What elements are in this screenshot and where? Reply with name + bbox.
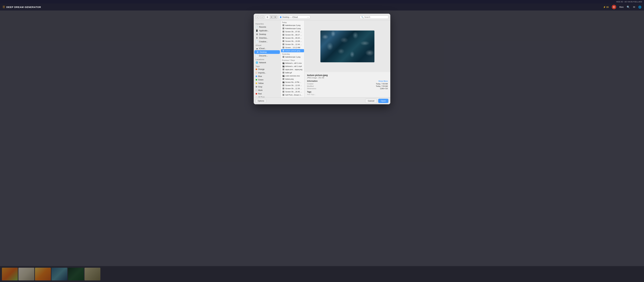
view-more-button[interactable]: ▾ [274,16,277,19]
red-label: Red [258,93,262,95]
ad-text: HIDE AD · AD VIA BUYSELLADS [616,1,642,3]
file-screen2045[interactable]: 🖼 Screen Sh....20.45 PM [281,90,304,93]
forward-button[interactable]: › [260,16,264,19]
dialog-body: Favorites 🕐 Recents 📱 Applicatio... 🖥 De… [254,21,390,97]
sidebar-item-documents[interactable]: 📄 Docume... [254,54,280,58]
view-list-button[interactable]: ≡ [270,16,274,19]
sidebar-item-tag-important[interactable]: Importa... [254,71,280,75]
file-screen1008[interactable]: 🖼 Screen Sh....10.08 AM [281,40,304,43]
network-icon: 🌐 [256,61,258,64]
sidebar-item-network[interactable]: 🌐 Network [254,61,280,64]
work-dot [256,90,257,91]
view-grid-button[interactable]: ⊞ [265,16,270,19]
file-self-portr-gif[interactable]: 🖼 Self Portr...Dream 1.gif [281,93,304,97]
preview-filename: texture picture.jpeg [307,74,388,77]
file-screen1312[interactable]: 🖼 Screen....13.12 AM [281,46,304,49]
recents-label: Recents [259,26,266,28]
file-screen1244[interactable]: 🖼 Screen Sh....12.44 AM [281,43,304,46]
user-avatar[interactable]: R [612,5,616,9]
preview-area: texture picture.jpeg JPEG image - 251 KB… [304,21,390,97]
app-logo: ☰ DEEP DREAM GENERATOR [2,5,41,9]
documents-icon: 📄 [256,55,258,57]
file-icon: 🖼 [282,50,284,52]
file-screen0827[interactable]: 🖼 Screen Sh....08.27 AM [281,33,304,36]
dialog-toolbar: ‹ › ⊞ ≡ ▾ Desktop — iCloud ⌄ 🔍 [254,14,390,21]
file-name: Screen Sh....07.05 AM [285,31,303,33]
sidebar-item-icloud[interactable]: ☁ iCloud... [254,47,280,50]
file-screen0705[interactable]: 🖼 Screen Sh....07.05 AM [281,30,304,33]
search-icon[interactable]: 🔍 [627,6,630,9]
show-more-button[interactable]: Show More [378,80,388,82]
downloads-label: Downloa... [259,37,268,39]
file-name: Screen Sh....12.36 PM [285,88,303,90]
file-icon: 🖼 [282,37,284,39]
file-screen1236[interactable]: 🖼 Screen Sh....12.36 PM [281,87,304,90]
cancel-button[interactable]: Cancel [365,99,377,103]
sidebar-item-tag-gray[interactable]: Gray [254,85,280,89]
file-icon: 🎬 [282,62,284,64]
file-ballet[interactable]: 🖼 ballet.gif [281,71,304,74]
yellow-dot [256,83,257,84]
file-katara[interactable]: 🖼 katara.png [281,77,304,81]
yesterday-header: Yesterday [281,52,304,55]
locations-header: Locations [254,58,280,61]
file-icon: 🖼 [282,34,284,36]
file-name: Screen Sh....09.20 AM [285,37,303,39]
file-adriana-mp4[interactable]: 🎬 Adriana's...raft 1.mp4 [281,65,304,68]
file-kaleidoscope3[interactable]: 🖼 Kaleidoscope 3.png [281,27,304,30]
work-label: Work [258,89,262,91]
info-title-text: Information [307,80,318,82]
file-kaleidoscope1[interactable]: 🖼 kaleidoscope 1.png [281,55,304,59]
back-button[interactable]: ‹ [256,16,259,19]
icloud-icon: ☁ [256,47,258,50]
file-screen1203[interactable]: 🖼 Screen Sh....12.03 PM [281,84,304,87]
modified-value: Today, 7:09 AM [376,85,388,87]
globe-icon[interactable]: 🌐 [638,6,642,9]
sidebar-item-applications[interactable]: 📱 Applicatio... [254,29,280,33]
sidebar-item-tag-red[interactable]: Red [254,92,280,96]
options-button[interactable]: Options [256,99,266,103]
sidebar-item-tag-yellow[interactable]: Yellow [254,82,280,85]
hamburger-icon[interactable]: ☰ [2,5,5,9]
file-name: Screen Sh....08.27 AM [285,34,303,36]
file-name: Screen Re...6 PM.mov [285,81,303,83]
file-icon: 🖼 [282,40,284,42]
desktop-icloud-label: Desktop [260,51,267,53]
file-screen0920[interactable]: 🖼 Screen Sh....09.20 AM [281,36,304,40]
file-name: Screen Sh....20.45 PM [285,91,303,93]
sidebar-item-all-tags[interactable]: All Tags... [254,96,280,97]
sidebar-item-desktop-icloud[interactable]: 🖥 Desktop [254,50,280,54]
add-tags-button[interactable]: Add Tags... [307,94,388,95]
sidebar-item-tag-blue[interactable]: Blue [254,75,280,78]
file-name: Screen Sh....12.44 AM [285,43,303,45]
sidebar-item-downloads[interactable]: ⬇ Downloa... [254,36,280,40]
sidebar-item-tag-work[interactable]: Work [254,89,280,92]
file-code-exercise[interactable]: 🎬 code exercise.mov [281,74,304,77]
file-adriana-mov[interactable]: 🎬 Adriana's...raft 1.mov [281,62,304,65]
location-dot [280,16,282,18]
sidebar-item-tag-orange[interactable]: Orange [254,68,280,71]
sidebar-item-desktop-fav[interactable]: 🖥 Desktop [254,33,280,36]
file-texture-selected[interactable]: 🖼 texture picture.jpeg [281,49,304,52]
user-name: Rimi [620,6,624,8]
info-section-title: Information Show More [307,80,388,82]
blue-label: Blue [258,75,262,77]
sidebar-item-tag-green[interactable]: Green [254,78,280,82]
previous-days-header: Previous 7 Days [281,59,304,62]
file-appa[interactable]: 🖼 appa-pixe...-appa.png [281,68,304,71]
search-input[interactable] [364,16,386,18]
header-right: ⚡ 15 R Rimi 🔍 ✉ 🌐 [603,5,642,9]
preview-subtext: JPEG image - 251 KB [307,77,388,79]
sidebar-item-recents[interactable]: 🕐 Recents [254,25,280,29]
open-button[interactable]: Open [378,99,388,103]
app-title: DEEP DREAM GENERATOR [6,6,41,9]
tags-section: Tags Add Tags... [307,91,388,95]
file-screen-re6[interactable]: 🎬 Screen Re...6 PM.mov [281,81,304,84]
file-name: Adriana's...raft 1.mp4 [285,65,303,67]
location-chevron: ⌄ [307,16,309,18]
mail-icon[interactable]: ✉ [633,6,635,9]
recents-icon: 🕐 [256,26,258,28]
orange-label: Orange [258,68,264,70]
file-kaleidoscope2[interactable]: 🖼 kaleidoscope 2.png [281,24,304,27]
sidebar-item-creative[interactable]: 📄 Creative... [254,40,280,43]
